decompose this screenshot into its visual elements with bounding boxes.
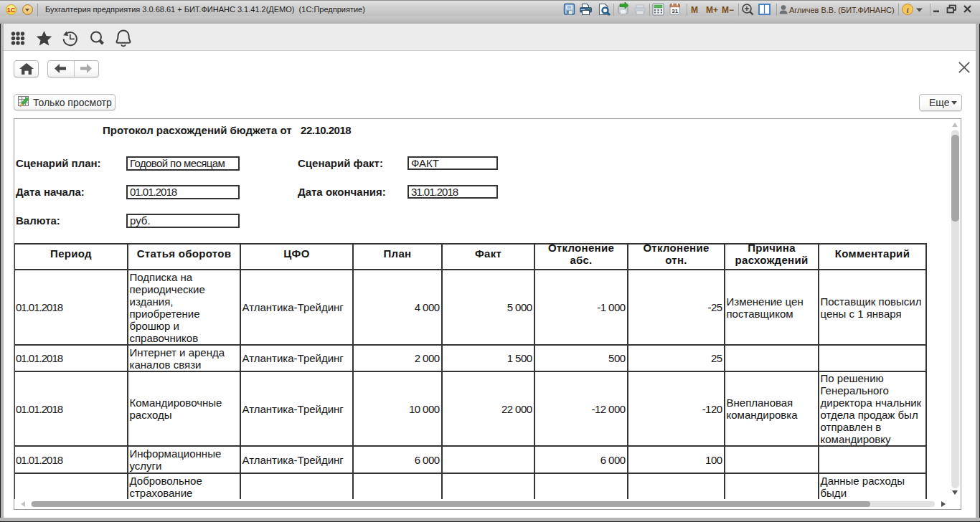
svg-text:M: M [691, 5, 698, 15]
svg-text:M+: M+ [706, 5, 718, 15]
svg-text:31: 31 [672, 8, 678, 14]
svg-text:M−: M− [722, 5, 734, 15]
